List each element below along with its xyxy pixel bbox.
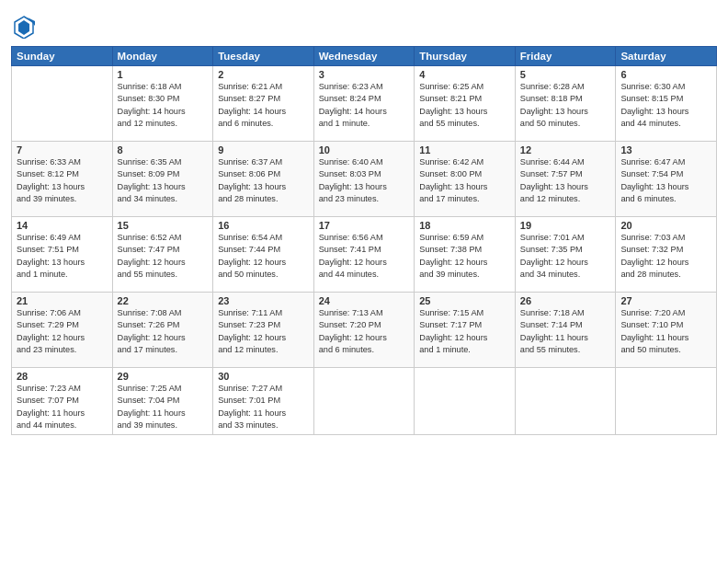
day-number: 22: [118, 295, 209, 306]
column-header-tuesday: Tuesday: [213, 47, 314, 66]
day-info: Sunrise: 7:01 AM Sunset: 7:35 PM Dayligh…: [520, 232, 611, 281]
calendar-cell: 2Sunrise: 6:21 AM Sunset: 8:27 PM Daylig…: [213, 66, 314, 142]
calendar-cell: 18Sunrise: 6:59 AM Sunset: 7:38 PM Dayli…: [415, 217, 516, 293]
calendar-cell: 1Sunrise: 6:18 AM Sunset: 8:30 PM Daylig…: [112, 66, 213, 142]
day-number: 14: [17, 220, 108, 231]
day-number: 20: [620, 220, 711, 231]
day-number: 2: [218, 69, 309, 80]
calendar-cell: 21Sunrise: 7:06 AM Sunset: 7:29 PM Dayli…: [12, 293, 113, 368]
day-number: 25: [419, 295, 510, 306]
calendar-cell: 16Sunrise: 6:54 AM Sunset: 7:44 PM Dayli…: [213, 217, 314, 293]
column-header-thursday: Thursday: [415, 47, 516, 66]
day-number: 26: [520, 295, 611, 306]
day-info: Sunrise: 7:15 AM Sunset: 7:17 PM Dayligh…: [419, 307, 510, 356]
day-info: Sunrise: 6:47 AM Sunset: 7:54 PM Dayligh…: [620, 156, 711, 205]
day-info: Sunrise: 6:59 AM Sunset: 7:38 PM Dayligh…: [419, 232, 510, 281]
calendar-cell: 15Sunrise: 6:52 AM Sunset: 7:47 PM Dayli…: [112, 217, 213, 293]
calendar-cell: 9Sunrise: 6:37 AM Sunset: 8:06 PM Daylig…: [213, 142, 314, 217]
day-info: Sunrise: 6:49 AM Sunset: 7:51 PM Dayligh…: [17, 232, 108, 281]
logo: [11, 13, 39, 39]
calendar-cell: 27Sunrise: 7:20 AM Sunset: 7:10 PM Dayli…: [616, 293, 717, 368]
day-info: Sunrise: 6:28 AM Sunset: 8:18 PM Dayligh…: [520, 81, 611, 130]
day-number: 18: [419, 220, 510, 231]
day-info: Sunrise: 7:20 AM Sunset: 7:10 PM Dayligh…: [620, 307, 711, 356]
day-number: 4: [419, 69, 510, 80]
day-number: 3: [319, 69, 410, 80]
calendar-cell: [313, 368, 415, 435]
day-number: 11: [419, 144, 510, 155]
day-number: 8: [118, 144, 209, 155]
day-number: 21: [17, 295, 108, 306]
day-info: Sunrise: 6:33 AM Sunset: 8:12 PM Dayligh…: [17, 156, 108, 205]
day-number: 10: [319, 144, 410, 155]
day-number: 29: [118, 371, 209, 382]
calendar-cell: 28Sunrise: 7:23 AM Sunset: 7:07 PM Dayli…: [12, 368, 113, 435]
day-number: 9: [218, 144, 309, 155]
day-number: 5: [520, 69, 611, 80]
day-info: Sunrise: 6:52 AM Sunset: 7:47 PM Dayligh…: [118, 232, 209, 281]
calendar-cell: 12Sunrise: 6:44 AM Sunset: 7:57 PM Dayli…: [515, 142, 616, 217]
calendar-header-row: SundayMondayTuesdayWednesdayThursdayFrid…: [12, 47, 717, 66]
calendar-cell: 22Sunrise: 7:08 AM Sunset: 7:26 PM Dayli…: [112, 293, 213, 368]
calendar-cell: 10Sunrise: 6:40 AM Sunset: 8:03 PM Dayli…: [313, 142, 415, 217]
calendar-cell: 17Sunrise: 6:56 AM Sunset: 7:41 PM Dayli…: [313, 217, 415, 293]
page-header: [11, 9, 717, 39]
day-number: 27: [620, 295, 711, 306]
day-info: Sunrise: 6:25 AM Sunset: 8:21 PM Dayligh…: [419, 81, 510, 130]
calendar-table: SundayMondayTuesdayWednesdayThursdayFrid…: [11, 46, 717, 435]
day-number: 17: [319, 220, 410, 231]
day-info: Sunrise: 7:06 AM Sunset: 7:29 PM Dayligh…: [17, 307, 108, 356]
calendar-cell: 13Sunrise: 6:47 AM Sunset: 7:54 PM Dayli…: [616, 142, 717, 217]
calendar-cell: 6Sunrise: 6:30 AM Sunset: 8:15 PM Daylig…: [616, 66, 717, 142]
day-info: Sunrise: 7:08 AM Sunset: 7:26 PM Dayligh…: [118, 307, 209, 356]
calendar-cell: 7Sunrise: 6:33 AM Sunset: 8:12 PM Daylig…: [12, 142, 113, 217]
day-number: 1: [118, 69, 209, 80]
day-info: Sunrise: 7:23 AM Sunset: 7:07 PM Dayligh…: [17, 383, 108, 431]
day-number: 7: [17, 144, 108, 155]
calendar-cell: [515, 368, 616, 435]
calendar-cell: 3Sunrise: 6:23 AM Sunset: 8:24 PM Daylig…: [313, 66, 415, 142]
day-number: 23: [218, 295, 309, 306]
column-header-sunday: Sunday: [12, 47, 113, 66]
day-info: Sunrise: 7:03 AM Sunset: 7:32 PM Dayligh…: [620, 232, 711, 281]
calendar-cell: [415, 368, 516, 435]
calendar-cell: 14Sunrise: 6:49 AM Sunset: 7:51 PM Dayli…: [12, 217, 113, 293]
calendar-cell: 8Sunrise: 6:35 AM Sunset: 8:09 PM Daylig…: [112, 142, 213, 217]
day-info: Sunrise: 6:56 AM Sunset: 7:41 PM Dayligh…: [319, 232, 410, 281]
day-number: 30: [218, 371, 309, 382]
day-info: Sunrise: 6:35 AM Sunset: 8:09 PM Dayligh…: [118, 156, 209, 205]
calendar-cell: 24Sunrise: 7:13 AM Sunset: 7:20 PM Dayli…: [313, 293, 415, 368]
calendar-cell: 25Sunrise: 7:15 AM Sunset: 7:17 PM Dayli…: [415, 293, 516, 368]
column-header-monday: Monday: [112, 47, 213, 66]
day-info: Sunrise: 7:27 AM Sunset: 7:01 PM Dayligh…: [218, 383, 309, 431]
day-info: Sunrise: 6:54 AM Sunset: 7:44 PM Dayligh…: [218, 232, 309, 281]
day-info: Sunrise: 6:42 AM Sunset: 8:00 PM Dayligh…: [419, 156, 510, 205]
day-info: Sunrise: 6:37 AM Sunset: 8:06 PM Dayligh…: [218, 156, 309, 205]
column-header-wednesday: Wednesday: [313, 47, 415, 66]
column-header-saturday: Saturday: [616, 47, 717, 66]
day-info: Sunrise: 7:13 AM Sunset: 7:20 PM Dayligh…: [319, 307, 410, 356]
logo-icon: [11, 13, 37, 39]
day-info: Sunrise: 6:23 AM Sunset: 8:24 PM Dayligh…: [319, 81, 410, 130]
day-info: Sunrise: 7:18 AM Sunset: 7:14 PM Dayligh…: [520, 307, 611, 356]
day-info: Sunrise: 6:44 AM Sunset: 7:57 PM Dayligh…: [520, 156, 611, 205]
calendar-cell: 19Sunrise: 7:01 AM Sunset: 7:35 PM Dayli…: [515, 217, 616, 293]
day-number: 19: [520, 220, 611, 231]
calendar-cell: 23Sunrise: 7:11 AM Sunset: 7:23 PM Dayli…: [213, 293, 314, 368]
day-info: Sunrise: 6:30 AM Sunset: 8:15 PM Dayligh…: [620, 81, 711, 130]
day-info: Sunrise: 7:25 AM Sunset: 7:04 PM Dayligh…: [118, 383, 209, 431]
day-info: Sunrise: 6:40 AM Sunset: 8:03 PM Dayligh…: [319, 156, 410, 205]
day-number: 15: [118, 220, 209, 231]
calendar-cell: 4Sunrise: 6:25 AM Sunset: 8:21 PM Daylig…: [415, 66, 516, 142]
day-number: 16: [218, 220, 309, 231]
calendar-cell: 30Sunrise: 7:27 AM Sunset: 7:01 PM Dayli…: [213, 368, 314, 435]
day-info: Sunrise: 6:18 AM Sunset: 8:30 PM Dayligh…: [118, 81, 209, 130]
column-header-friday: Friday: [515, 47, 616, 66]
day-number: 13: [620, 144, 711, 155]
calendar-cell: 11Sunrise: 6:42 AM Sunset: 8:00 PM Dayli…: [415, 142, 516, 217]
calendar-cell: [616, 368, 717, 435]
calendar-cell: 26Sunrise: 7:18 AM Sunset: 7:14 PM Dayli…: [515, 293, 616, 368]
day-number: 6: [620, 69, 711, 80]
calendar-cell: [12, 66, 113, 142]
day-info: Sunrise: 6:21 AM Sunset: 8:27 PM Dayligh…: [218, 81, 309, 130]
